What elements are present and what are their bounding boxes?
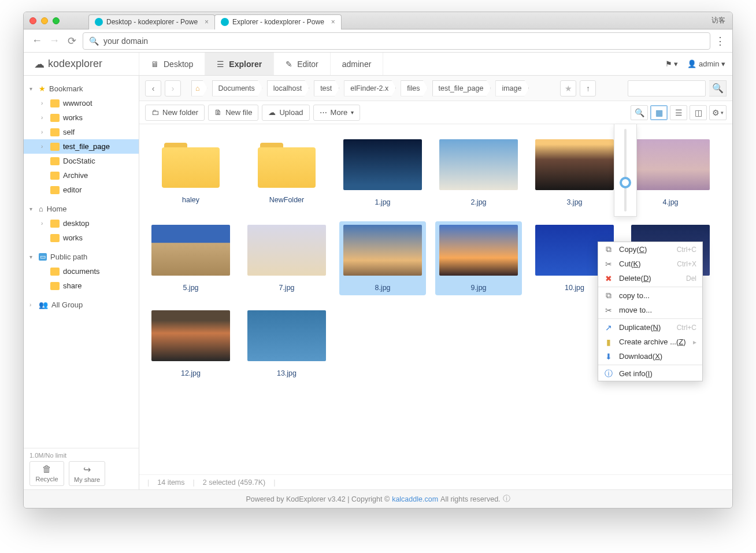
new-file-button[interactable]: 🗎New file	[208, 105, 258, 121]
zoom-dot[interactable]	[53, 17, 60, 24]
sidebar-item-wwwroot[interactable]: ›wwwroot	[24, 96, 139, 110]
info-icon[interactable]: ⓘ	[503, 494, 510, 504]
file-item[interactable]: 7.jpg	[243, 221, 330, 295]
myshare-button[interactable]: ↪My share	[69, 461, 105, 486]
minimize-dot[interactable]	[41, 17, 48, 24]
upload-button[interactable]: ☁Upload	[262, 105, 309, 121]
footer-link[interactable]: kalcaddle.com	[392, 495, 438, 503]
sidebar-item-desktop[interactable]: ›desktop	[24, 216, 139, 231]
file-item[interactable]: 5.jpg	[147, 221, 234, 295]
sidebar-label: Archive	[63, 171, 88, 180]
settings-button[interactable]: ⚙▾	[709, 105, 727, 120]
new-folder-button[interactable]: 🗀New folder	[145, 105, 205, 121]
search-button[interactable]: 🔍	[709, 80, 727, 97]
file-item[interactable]: 13.jpg	[243, 307, 330, 381]
app-logo[interactable]: ☁ kodexplorer	[24, 53, 139, 75]
cloud-icon: ▭	[39, 253, 47, 261]
ctx-duplicate[interactable]: ↗Duplicate(N)Ctrl+C	[598, 320, 702, 335]
sidebar-item-docstatic[interactable]: DocStatic	[24, 154, 139, 168]
ctx-getinfo[interactable]: ⓘGet info(I)	[598, 366, 702, 381]
ctx-delete[interactable]: ✖Delete(D)Del	[598, 271, 702, 285]
more-button[interactable]: ⋯More▾	[313, 105, 361, 121]
crumb[interactable]: Documents	[212, 80, 262, 97]
crumb-home[interactable]: ⌂	[191, 80, 207, 97]
url-input[interactable]: 🔍 your domain	[83, 32, 710, 50]
view-grid-button[interactable]: ▦	[650, 105, 668, 120]
flag-icon[interactable]: ⚑ ▾	[665, 60, 679, 68]
breadcrumb-bar: ‹ › ⌂ Documents localhost test elFinder-…	[139, 76, 732, 101]
slider-handle[interactable]	[620, 177, 631, 188]
sidebar-public[interactable]: ▾▭ Public path	[24, 250, 139, 264]
crumb[interactable]: localhost	[267, 80, 309, 97]
view-columns-button[interactable]: ◫	[690, 105, 707, 120]
file-item-folder[interactable]: haley	[147, 136, 234, 210]
sidebar-label: All Group	[51, 300, 83, 309]
close-icon[interactable]: ×	[331, 18, 335, 26]
close-icon[interactable]: ×	[205, 18, 209, 26]
ctx-cut[interactable]: ✂Cut(K)Ctrl+X	[598, 257, 702, 271]
crumb[interactable]: test	[314, 80, 339, 97]
status-selected: 2 selected (459.7K)	[203, 478, 265, 487]
view-list-button[interactable]: ☰	[670, 105, 687, 120]
sidebar-item-testfilepage[interactable]: ›test_file_page	[24, 139, 139, 154]
ctx-moveto[interactable]: ✂move to...	[598, 303, 702, 317]
download-icon: ⬇	[604, 352, 613, 361]
sidebar-allgroup[interactable]: ›👥 All Group	[24, 298, 139, 312]
archive-icon: ▮	[604, 337, 613, 347]
file-item[interactable]: 2.jpg	[435, 136, 522, 210]
sidebar-item-works[interactable]: ›works	[24, 110, 139, 125]
star-button[interactable]: ★	[560, 80, 576, 97]
sidebar-bookmark[interactable]: ▾★ Bookmark	[24, 81, 139, 96]
tab-explorer[interactable]: Explorer - kodexplorer - Powe ×	[214, 14, 342, 29]
file-item-selected[interactable]: 8.jpg	[339, 221, 426, 295]
user-menu[interactable]: 👤 admin ▾	[687, 60, 725, 68]
tab-label: Explorer - kodexplorer - Powe	[232, 18, 324, 26]
crumb[interactable]: elFinder-2.x	[344, 80, 396, 97]
ctx-download[interactable]: ⬇Download(X)	[598, 349, 702, 363]
shortcut: Ctrl+C	[677, 324, 696, 332]
slider-track[interactable]	[624, 129, 627, 211]
file-item[interactable]: 1.jpg	[339, 136, 426, 210]
status-bar: | 14 items | 2 selected (459.7K) |	[139, 474, 732, 489]
sidebar-item-editor[interactable]: editor	[24, 183, 139, 197]
tab-desktop[interactable]: Desktop - kodexplorer - Powe ×	[88, 14, 215, 29]
trash-icon: 🗑	[42, 464, 51, 474]
ctx-archive[interactable]: ▮Create archive ...(Z)▸	[598, 335, 702, 349]
nav-explorer[interactable]: ☰ Explorer	[205, 53, 274, 75]
file-label: haley	[182, 196, 199, 204]
reload-icon[interactable]: ⟳	[65, 35, 78, 47]
search-input[interactable]	[628, 80, 706, 97]
file-item[interactable]: 3.jpg	[531, 136, 618, 210]
crumb[interactable]: test_file_page	[432, 80, 491, 97]
close-dot[interactable]	[29, 17, 36, 24]
sidebar-item-documents[interactable]: documents	[24, 264, 139, 279]
ctx-copyto[interactable]: ⧉copy to...	[598, 288, 702, 303]
file-item-folder[interactable]: NewFolder	[243, 136, 330, 210]
nav-adminer[interactable]: adminer	[331, 53, 384, 75]
sidebar-item-self[interactable]: ›self	[24, 125, 139, 139]
sidebar-item-share[interactable]: share	[24, 279, 139, 293]
sidebar-item-archive[interactable]: Archive	[24, 168, 139, 183]
upload-button[interactable]: ↑	[580, 80, 596, 97]
nav-editor[interactable]: ✎ Editor	[274, 53, 331, 75]
address-bar: ← → ⟳ 🔍 your domain ⋮	[24, 29, 732, 53]
nav-desktop[interactable]: 🖥 Desktop	[139, 53, 205, 75]
zoom-button[interactable]: 🔍	[631, 105, 648, 120]
nav-fwd-button[interactable]: ›	[165, 80, 181, 97]
back-icon[interactable]: ←	[31, 35, 43, 47]
recycle-button[interactable]: 🗑Recycle	[29, 461, 64, 486]
sidebar-item-works2[interactable]: works	[24, 231, 139, 245]
crumb[interactable]: image	[495, 80, 529, 97]
forward-icon[interactable]: →	[48, 35, 61, 47]
ctx-copy[interactable]: ⧉Copy(C)Ctrl+C	[598, 242, 702, 257]
file-item-selected[interactable]: 9.jpg	[435, 221, 522, 295]
crumb[interactable]: files	[401, 80, 427, 97]
guest-label: 访客	[711, 16, 725, 25]
nav-back-button[interactable]: ‹	[145, 80, 161, 97]
sidebar-home[interactable]: ▾⌂ Home	[24, 202, 139, 216]
sidebar: ▾★ Bookmark ›wwwroot ›works ›self ›test_…	[24, 76, 139, 489]
file-item[interactable]: 4.jpg	[627, 136, 714, 210]
zoom-slider[interactable]	[614, 124, 637, 217]
menu-icon[interactable]: ⋮	[715, 35, 725, 47]
file-item[interactable]: 12.jpg	[147, 307, 234, 381]
